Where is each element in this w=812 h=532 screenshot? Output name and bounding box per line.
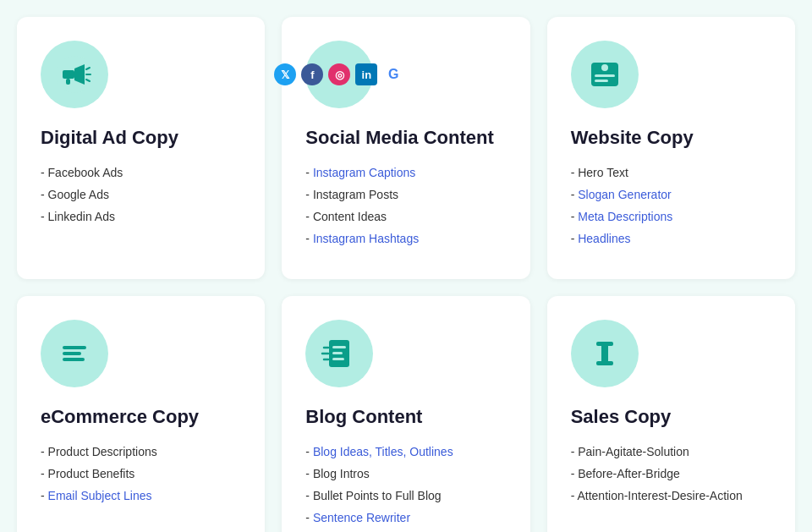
svg-rect-8 — [595, 74, 615, 77]
card-title-blog: Blog Content — [305, 406, 506, 428]
instagram-hashtags-link[interactable]: Instagram Hashtags — [313, 232, 419, 245]
card-title-website: Website Copy — [571, 127, 771, 149]
icon-circle-digital-ad — [41, 41, 108, 108]
list-item[interactable]: Email Subject Lines — [41, 487, 241, 505]
card-list-sales: Pain-Agitate-Solution Before-After-Bridg… — [571, 443, 771, 505]
svg-rect-5 — [66, 79, 70, 85]
list-item[interactable]: Sentence Rewriter — [305, 509, 506, 527]
twitter-icon: 𝕏 — [274, 63, 296, 85]
icon-circle-sales — [571, 320, 639, 387]
card-title-digital-ad: Digital Ad Copy — [41, 127, 241, 149]
icon-circle-ecommerce — [41, 320, 108, 387]
google-icon: G — [382, 63, 404, 85]
list-item[interactable]: Instagram Hashtags — [305, 230, 506, 248]
svg-rect-11 — [63, 352, 81, 355]
megaphone-icon — [56, 56, 93, 93]
card-sales: Sales Copy Pain-Agitate-Solution Before-… — [547, 296, 795, 532]
svg-rect-12 — [63, 358, 85, 361]
instagram-captions-link[interactable]: Instagram Captions — [313, 166, 415, 179]
list-item: Blog Intros — [305, 465, 506, 483]
svg-point-7 — [601, 64, 608, 71]
blog-ideas-link[interactable]: Blog Ideas, Titles, Outlines — [313, 445, 453, 458]
svg-rect-14 — [332, 346, 346, 348]
card-blog: Blog Content Blog Ideas, Titles, Outline… — [282, 296, 529, 532]
instagram-icon: ◎ — [328, 63, 350, 85]
card-list-social: Instagram Captions Instagram Posts Conte… — [305, 164, 506, 248]
svg-rect-16 — [332, 358, 344, 360]
website-icon — [586, 56, 623, 93]
card-digital-ad-copy: Digital Ad Copy Facebook Ads Google Ads … — [17, 17, 265, 279]
card-title-social: Social Media Content — [305, 127, 506, 149]
list-item: Pain-Agitate-Solution — [571, 443, 771, 461]
list-item: Attention-Interest-Desire-Action — [571, 487, 771, 505]
card-website-copy: Website Copy Hero Text Slogan Generator … — [547, 17, 795, 279]
lines-icon — [56, 335, 93, 372]
list-item[interactable]: Meta Descriptions — [571, 208, 771, 226]
list-item: Product Descriptions — [41, 443, 241, 461]
list-item: Before-After-Bridge — [571, 465, 771, 483]
list-item[interactable]: Slogan Generator — [571, 186, 771, 204]
meta-descriptions-link[interactable]: Meta Descriptions — [578, 210, 672, 223]
list-item[interactable]: Blog Ideas, Titles, Outlines — [305, 443, 506, 461]
list-item[interactable]: Headlines — [571, 230, 771, 248]
svg-rect-21 — [596, 342, 613, 346]
icon-circle-blog — [305, 320, 373, 387]
sentence-rewriter-link[interactable]: Sentence Rewriter — [313, 511, 410, 524]
linkedin-icon: in — [355, 63, 377, 85]
social-icons-group: 𝕏 f ◎ in G — [274, 63, 404, 85]
facebook-icon: f — [301, 63, 323, 85]
list-item: Content Ideas — [305, 208, 506, 226]
list-item: Bullet Points to Full Blog — [305, 487, 506, 505]
card-list-blog: Blog Ideas, Titles, Outlines Blog Intros… — [305, 443, 506, 527]
icon-circle-website — [571, 41, 639, 108]
slogan-generator-link[interactable]: Slogan Generator — [578, 188, 672, 201]
card-social-media: 𝕏 f ◎ in G Social Media Content Instagra… — [282, 17, 529, 279]
blog-icon — [321, 335, 358, 372]
card-title-sales: Sales Copy — [571, 406, 771, 428]
svg-rect-15 — [332, 352, 343, 354]
email-subject-lines-link[interactable]: Email Subject Lines — [48, 489, 152, 502]
card-list-digital-ad: Facebook Ads Google Ads Linkedin Ads — [41, 164, 241, 226]
list-item: Facebook Ads — [41, 164, 241, 182]
cards-grid: Digital Ad Copy Facebook Ads Google Ads … — [17, 17, 795, 532]
list-item: Product Benefits — [41, 465, 241, 483]
list-item: Instagram Posts — [305, 186, 506, 204]
card-ecommerce: eCommerce Copy Product Descriptions Prod… — [17, 296, 265, 532]
sales-icon — [586, 335, 623, 372]
card-list-website: Hero Text Slogan Generator Meta Descript… — [571, 164, 771, 248]
icon-circle-social: 𝕏 f ◎ in G — [305, 41, 373, 108]
list-item: Linkedin Ads — [41, 208, 241, 226]
svg-rect-10 — [63, 346, 86, 349]
card-list-ecommerce: Product Descriptions Product Benefits Em… — [41, 443, 241, 505]
list-item: Google Ads — [41, 186, 241, 204]
svg-rect-9 — [595, 80, 608, 82]
headlines-link[interactable]: Headlines — [578, 232, 630, 245]
list-item: Hero Text — [571, 164, 771, 182]
svg-rect-1 — [63, 70, 74, 79]
svg-rect-22 — [596, 361, 613, 365]
list-item[interactable]: Instagram Captions — [305, 164, 506, 182]
card-title-ecommerce: eCommerce Copy — [41, 406, 241, 428]
